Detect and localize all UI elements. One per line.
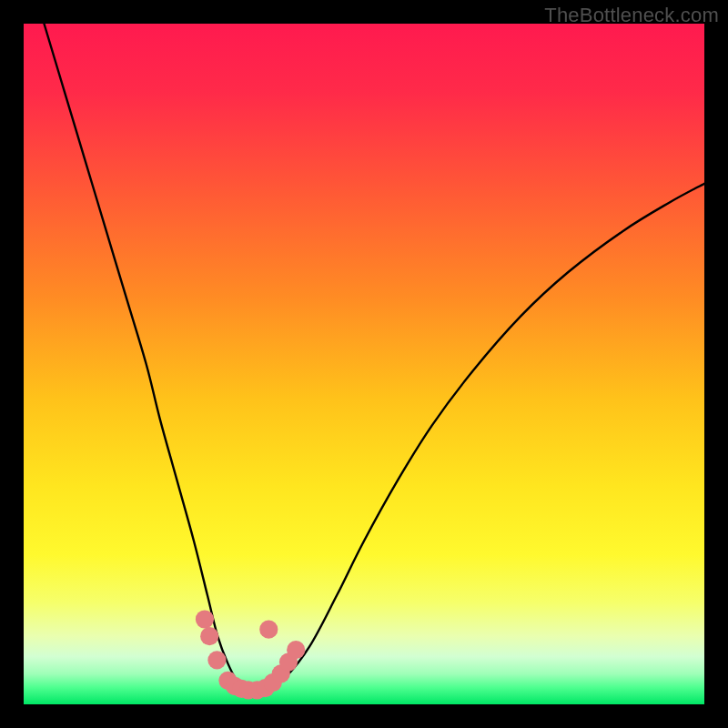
curve-marker <box>196 610 214 628</box>
watermark-text: TheBottleneck.com <box>544 4 719 27</box>
outer-frame: TheBottleneck.com <box>0 0 728 728</box>
curve-marker <box>207 651 226 669</box>
chart-svg <box>24 24 704 704</box>
curve-markers <box>196 610 305 699</box>
curve-marker <box>287 641 305 659</box>
plot-area <box>24 24 704 704</box>
curve-marker <box>200 627 218 645</box>
curve-marker <box>259 621 278 639</box>
bottleneck-curve <box>44 24 704 691</box>
